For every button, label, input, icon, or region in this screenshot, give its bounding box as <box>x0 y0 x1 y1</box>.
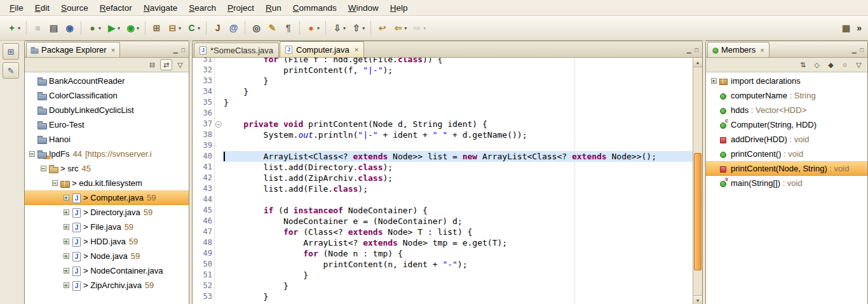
minimized-editor-button[interactable]: ✎ <box>3 62 19 79</box>
dropdown-arrow-icon[interactable]: ▾ <box>137 25 139 31</box>
code-line-46[interactable]: 46 NodeContainer e = (NodeContainer) d; <box>193 216 693 227</box>
close-view-icon[interactable]: × <box>110 46 115 54</box>
expander-icon[interactable]: + <box>62 224 71 230</box>
tree-item-ipdfs[interactable]: −IpdFs44[https://svnserver.i <box>25 147 189 161</box>
scroll-up-icon[interactable]: ▲ <box>693 58 702 67</box>
hide-fields-button[interactable]: ◇ <box>811 59 823 70</box>
code-viewport[interactable]: 31 for (File f : hdd.get(File.class)) {3… <box>193 58 693 304</box>
maximize-view-button[interactable]: □ <box>860 48 864 53</box>
code-line-52[interactable]: 52 } <box>193 281 693 291</box>
editor-tab-someclass-java[interactable]: *SomeClass.java <box>194 43 279 57</box>
hide-non-public-button[interactable]: ○ <box>839 59 851 70</box>
code-line-50[interactable]: 50 printContent(n, ident + "-"); <box>193 259 693 270</box>
menu-commands[interactable]: Commands <box>287 1 342 15</box>
line-number[interactable]: 51 <box>193 270 214 281</box>
code-line-38[interactable]: 38 System.out.println("|-" + ident + " "… <box>193 129 693 140</box>
tree-item-src[interactable]: −> src45 <box>25 161 189 176</box>
javadoc-button[interactable]: @ <box>226 22 241 35</box>
code-line-44[interactable]: 44 <box>193 194 693 205</box>
menu-refactor[interactable]: Refactor <box>94 1 138 15</box>
new-java-project-button[interactable]: ⊞ <box>149 22 164 35</box>
dropdown-arrow-icon[interactable]: ▾ <box>98 25 101 31</box>
expander-icon[interactable]: + <box>62 253 71 259</box>
jar-export-button[interactable]: J <box>210 22 225 35</box>
line-number[interactable]: 36 <box>193 108 214 119</box>
tree-item-bankaccountreader[interactable]: BankAccountReader <box>25 74 189 88</box>
coverage-button[interactable]: ◉▾ <box>123 22 141 35</box>
tree-item-hanoi[interactable]: Hanoi <box>25 132 189 147</box>
dropdown-arrow-icon[interactable]: ▾ <box>317 25 320 31</box>
dropdown-arrow-icon[interactable]: ▾ <box>343 25 346 31</box>
minimize-view-button[interactable]: ▁ <box>687 48 691 53</box>
run-button[interactable]: ▶▾ <box>104 22 122 35</box>
code-line-34[interactable]: 34 } <box>193 86 693 97</box>
tree-item-nodecontainer-java[interactable]: +> NodeContainer.java <box>25 263 189 278</box>
search-button[interactable]: ◎ <box>249 22 264 35</box>
line-number[interactable]: 50 <box>193 259 214 270</box>
mark-occurrences-button[interactable]: ✎ <box>265 22 280 35</box>
line-number[interactable]: 35 <box>193 97 214 108</box>
tree-item-hdd-java[interactable]: +> HDD.java59 <box>25 234 189 249</box>
menu-search[interactable]: Search <box>183 1 222 15</box>
member-item-import-declarations[interactable]: +import declarations <box>706 74 867 88</box>
menu-file[interactable]: File <box>4 1 29 15</box>
line-number[interactable]: 53 <box>193 291 214 302</box>
debug-button[interactable]: ●▾ <box>85 22 103 35</box>
member-item-main-string[interactable]: main(String[]) : void <box>706 176 867 190</box>
expander-icon[interactable]: − <box>50 180 59 186</box>
toolbar-overflow-chevron[interactable]: » <box>857 23 862 33</box>
code-line-53[interactable]: 53 } <box>193 291 693 302</box>
tree-item-node-java[interactable]: +> Node.java59 <box>25 249 189 263</box>
member-item-computername[interactable]: computerName : String <box>706 88 867 103</box>
tree-item-directory-java[interactable]: +> Directory.java59 <box>25 205 189 220</box>
line-number[interactable]: 39 <box>193 140 214 151</box>
line-number[interactable]: 37 <box>193 119 214 129</box>
line-number[interactable]: 38 <box>193 129 214 140</box>
menu-edit[interactable]: Edit <box>29 1 55 15</box>
menu-window[interactable]: Window <box>342 1 384 15</box>
web-browser-button[interactable]: ●▾ <box>304 22 322 35</box>
dropdown-arrow-icon[interactable]: ▾ <box>179 25 181 31</box>
perspective-icon[interactable]: ▦ <box>841 23 851 34</box>
expander-icon[interactable]: + <box>62 239 71 244</box>
line-number[interactable]: 41 <box>193 162 214 173</box>
code-line-33[interactable]: 33 } <box>193 76 693 86</box>
dropdown-arrow-icon[interactable]: ▾ <box>362 25 365 31</box>
close-view-icon[interactable]: × <box>759 46 764 54</box>
close-tab-icon[interactable]: × <box>353 46 358 53</box>
code-line-39[interactable]: 39 <box>193 140 693 151</box>
tree-item-colorclassification[interactable]: ColorClassification <box>25 88 189 103</box>
code-line-51[interactable]: 51 } <box>193 270 693 281</box>
member-item-printcontent-node-string[interactable]: printContent(Node, String) : void <box>706 161 867 176</box>
hide-static-button[interactable]: ◆ <box>825 59 837 70</box>
print-button[interactable]: ▤ <box>46 22 61 35</box>
member-item-hdds[interactable]: hdds : Vector<HDD> <box>706 103 867 117</box>
new-wizard-button[interactable]: +▾ <box>4 22 22 35</box>
editor-vertical-scrollbar[interactable]: ▲ ▼ <box>693 58 702 304</box>
link-with-editor-button[interactable]: ⇄ <box>160 59 172 70</box>
dropdown-arrow-icon[interactable]: ▾ <box>18 25 20 31</box>
menu-help[interactable]: Help <box>384 1 414 15</box>
line-number[interactable]: 49 <box>193 248 214 259</box>
code-line-48[interactable]: 48 ArrayList<? extends Node> tmp = e.get… <box>193 237 693 248</box>
expander-icon[interactable]: + <box>62 209 71 215</box>
maximize-view-button[interactable]: □ <box>182 48 185 53</box>
line-number[interactable]: 46 <box>193 216 214 227</box>
line-number[interactable]: 42 <box>193 173 214 183</box>
line-number[interactable]: 52 <box>193 281 214 291</box>
line-number[interactable]: 33 <box>193 76 214 86</box>
tree-item-euro-test[interactable]: Euro-Test <box>25 117 189 132</box>
tree-item-file-java[interactable]: +> File.java59 <box>25 220 189 234</box>
show-whitespace-button[interactable]: ¶ <box>281 22 295 35</box>
view-menu-button[interactable]: ▽ <box>174 59 186 70</box>
line-number[interactable]: 48 <box>193 237 214 248</box>
minimize-view-button[interactable]: ▁ <box>173 48 178 53</box>
line-number[interactable]: 44 <box>193 194 214 205</box>
view-menu-button[interactable]: ▽ <box>853 59 865 70</box>
sort-members-button[interactable]: ⇅ <box>797 59 809 70</box>
code-line-31[interactable]: 31 for (File f : hdd.get(File.class)) { <box>193 58 693 65</box>
fold-collapse-icon[interactable]: − <box>215 121 222 128</box>
code-line-41[interactable]: 41 list.add(Directory.class); <box>193 162 693 173</box>
tab-members[interactable]: Members × <box>707 42 770 57</box>
collapse-all-button[interactable]: ⊟ <box>146 59 158 70</box>
